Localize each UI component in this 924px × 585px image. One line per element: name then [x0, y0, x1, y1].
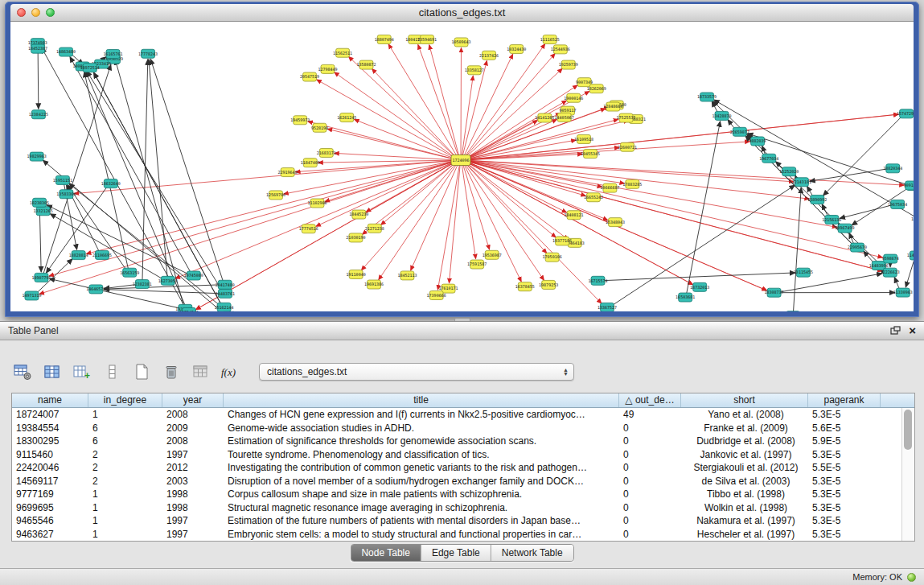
table-row[interactable]: 946554611997Estimation of the future num…	[12, 514, 902, 528]
svg-text:12569706: 12569706	[266, 192, 285, 197]
svg-text:13321265: 13321265	[34, 208, 53, 213]
svg-text:12156136: 12156136	[822, 217, 841, 222]
network-view[interactable]: 1982996318907795211066951792646518828814…	[10, 22, 914, 311]
column-header-pagerank[interactable]: pagerank	[808, 393, 881, 407]
minimize-window-button[interactable]	[31, 8, 40, 17]
import-table-icon[interactable]	[190, 361, 212, 382]
scrollbar-thumb[interactable]	[904, 410, 912, 450]
table-cell: Franke et al. (2009)	[681, 422, 808, 434]
column-header-title[interactable]: title	[224, 393, 619, 407]
table-cell: 9465546	[12, 515, 88, 526]
svg-text:16261245: 16261245	[337, 115, 356, 120]
svg-text:18632640: 18632640	[101, 181, 121, 186]
table-toolbar: +f(x) citations_edges.txt ▲▼	[11, 359, 574, 385]
table-cell: 6	[88, 435, 162, 447]
zoom-window-button[interactable]	[46, 8, 55, 17]
svg-text:10455345: 10455345	[581, 151, 600, 156]
table-row[interactable]: 969969511998Structural magnetic resonanc…	[12, 501, 902, 515]
svg-text:10666687: 10666687	[600, 185, 619, 190]
new-table-icon[interactable]	[130, 361, 153, 382]
svg-text:19879253: 19879253	[539, 282, 558, 287]
tab-edge-table[interactable]: Edge Table	[421, 545, 491, 561]
vertical-scrollbar[interactable]	[901, 408, 914, 541]
svg-text:18828814: 18828814	[69, 253, 88, 257]
table-cell: 0	[619, 435, 681, 447]
select-columns-icon[interactable]	[41, 361, 64, 382]
table-cell: 18300295	[12, 435, 88, 447]
svg-text:11116525: 11116525	[540, 37, 560, 42]
svg-text:12798449: 12798449	[318, 67, 337, 72]
close-window-button[interactable]	[17, 8, 26, 17]
table-cell: 0	[619, 476, 681, 487]
column-header-out_de[interactable]: △ out_de…	[619, 393, 681, 407]
delete-table-icon[interactable]	[160, 361, 183, 382]
svg-text:14971319: 14971319	[22, 293, 41, 298]
svg-text:22919648: 22919648	[278, 170, 298, 175]
column-header-short[interactable]: short	[681, 393, 808, 407]
table-panel: Table Panel × +f(x) citations_edges.txt …	[0, 321, 924, 568]
svg-text:18308737: 18308737	[765, 290, 784, 295]
svg-text:16715574: 16715574	[588, 278, 607, 283]
function-builder-icon[interactable]: f(x)	[220, 361, 242, 382]
table-cell: 1998	[162, 502, 224, 513]
svg-text:10745080: 10745080	[184, 273, 203, 278]
svg-text:18408121: 18408121	[565, 212, 584, 217]
table-row[interactable]: 2242004622012Investigating the contribut…	[12, 461, 902, 475]
table-row[interactable]: 977716911998Corpus callosum shape and si…	[12, 488, 902, 501]
network-table-select[interactable]: citations_edges.txt ▲▼	[259, 363, 574, 381]
table-row[interactable]: 911546021997Tourette syndrome. Phenomeno…	[12, 448, 902, 462]
table-row[interactable]: 1872400712008Changes of HCN gene express…	[12, 408, 902, 422]
table-cell: Dudbridge et al. (2008)	[681, 435, 808, 447]
svg-text:22659077: 22659077	[730, 130, 749, 134]
table-cell: 5.3E-5	[808, 515, 881, 526]
svg-text:17610171: 17610171	[438, 286, 458, 290]
float-panel-icon[interactable]	[890, 326, 901, 336]
svg-text:22600721: 22600721	[618, 145, 637, 150]
table-cell: Jankovic et al. (1997)	[681, 449, 808, 460]
svg-text:11435626: 11435626	[907, 253, 914, 257]
network-window: citations_edges.txt 19829963189077952110…	[5, 2, 919, 317]
svg-text:15951151: 15951151	[53, 178, 72, 183]
table-cell: 1	[88, 515, 162, 526]
tab-node-table[interactable]: Node Table	[351, 545, 421, 561]
table-cell: 9115460	[12, 449, 88, 460]
table-cell: 1	[88, 488, 162, 500]
column-header-name[interactable]: name	[12, 393, 88, 407]
table-row[interactable]: 1456911722003Disruption of a novel membe…	[12, 475, 902, 488]
tab-network-table[interactable]: Network Table	[491, 545, 573, 561]
svg-text:21683171: 21683171	[317, 150, 336, 155]
svg-text:13367527: 13367527	[598, 305, 617, 310]
table-settings-icon[interactable]	[11, 361, 34, 382]
table-cell: Wolkin et al. (1998)	[681, 502, 808, 513]
table-row[interactable]: 1938455462009Genome-wide association stu…	[12, 422, 902, 435]
table-cell: 2	[88, 462, 162, 473]
svg-text:14141265: 14141265	[535, 115, 554, 120]
new-row-icon[interactable]	[101, 361, 123, 382]
svg-text:19829963: 19829963	[27, 154, 47, 159]
table-row[interactable]: 1830029562008Estimation of significance …	[12, 435, 902, 448]
table-cell: 1998	[162, 488, 224, 500]
svg-text:19677034: 19677034	[759, 156, 778, 161]
table-cell: 5.3E-5	[808, 488, 881, 500]
column-header-year[interactable]: year	[162, 393, 224, 407]
close-panel-icon[interactable]: ×	[909, 325, 916, 336]
table-header-row: namein_degreeyeartitle△ out_de…shortpage…	[12, 393, 914, 408]
table-row[interactable]: 946362711997Embryonic stem cells: a mode…	[12, 528, 902, 542]
svg-text:19459973: 19459973	[290, 117, 310, 122]
svg-text:22995670: 22995670	[848, 245, 867, 249]
column-header-in_degree[interactable]: in_degree	[88, 393, 162, 407]
table-cell: 5.5E-5	[808, 462, 881, 473]
network-window-titlebar[interactable]: citations_edges.txt	[10, 4, 914, 22]
svg-text:16165761: 16165761	[103, 51, 122, 56]
table-cell: Nakamura et al. (1997)	[681, 515, 808, 526]
table-cell: Genome-wide association studies in ADHD.	[224, 422, 619, 434]
svg-text:17390666: 17390666	[427, 293, 446, 298]
table-cell: 2	[88, 449, 162, 460]
svg-text:16754545: 16754545	[179, 310, 199, 311]
svg-text:18972514: 18972514	[80, 65, 100, 70]
svg-text:19675034: 19675034	[888, 202, 907, 207]
svg-text:16273058: 16273058	[158, 278, 178, 283]
svg-text:13115455: 13115455	[794, 270, 813, 274]
table-cell: 5.3E-5	[808, 502, 881, 513]
new-column-icon[interactable]: +	[71, 361, 93, 382]
